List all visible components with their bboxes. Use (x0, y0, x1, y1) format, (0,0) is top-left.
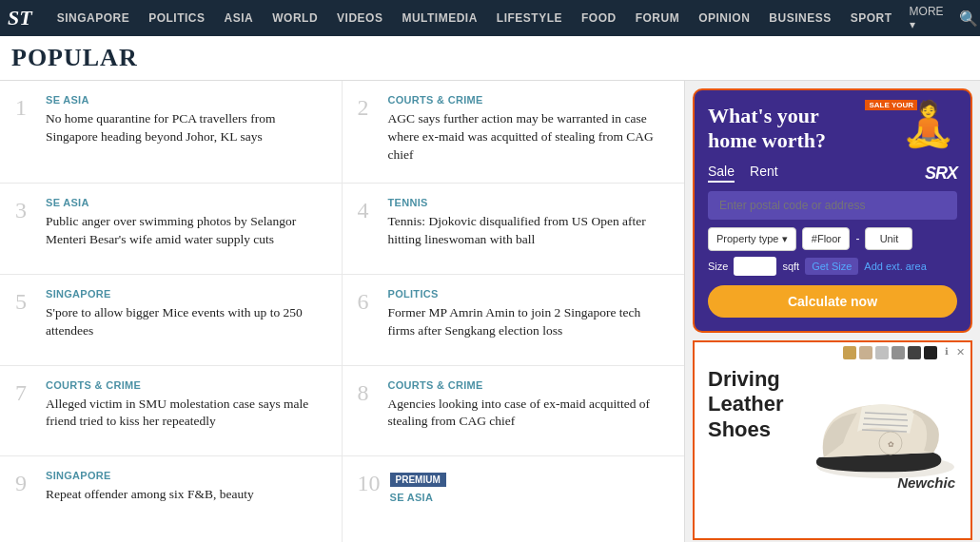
site-logo[interactable]: ST (8, 6, 32, 30)
shoes-ad-top: ℹ ✕ (695, 342, 970, 363)
property-type-select[interactable]: Property type ▾ (708, 227, 796, 251)
srx-property-row: Property type ▾ #Floor - Unit (708, 227, 957, 251)
navigation: ST SINGAPORE POLITICS ASIA WORLD VIDEOS … (0, 0, 980, 36)
news-number-7: 7 (15, 379, 36, 443)
popular-title: POPULAR (11, 44, 138, 71)
news-number-2: 2 (358, 94, 379, 169)
news-item-8[interactable]: 8 COURTS & CRIME Agencies looking into c… (343, 366, 685, 457)
news-title-6[interactable]: Former MP Amrin Amin to join 2 Singapore… (388, 304, 670, 340)
news-grid: 1 SE ASIA No home quarantine for PCA tra… (0, 81, 685, 542)
news-content-9: SINGAPORE Repeat offender among six F&B,… (46, 470, 326, 533)
unit-field[interactable]: Unit (865, 227, 912, 250)
size-label: Size (708, 261, 728, 272)
news-title-1[interactable]: No home quarantine for PCA travellers fr… (46, 110, 326, 146)
news-number-3: 3 (15, 197, 36, 261)
news-category-10[interactable]: SE ASIA (390, 492, 670, 503)
search-icon[interactable]: 🔍 (951, 10, 980, 28)
premium-badge: PREMIUM (390, 473, 446, 487)
brand-logo: Newchic (897, 474, 955, 491)
news-content-4: TENNIS Tennis: Djokovic disqualified fro… (388, 197, 670, 261)
nav-opinion[interactable]: OPINION (689, 0, 759, 36)
news-item-4[interactable]: 4 TENNIS Tennis: Djokovic disqualified f… (343, 184, 685, 275)
news-number-1: 1 (15, 94, 36, 169)
news-content-8: COURTS & CRIME Agencies looking into cas… (388, 379, 670, 443)
news-content-1: SE ASIA No home quarantine for PCA trave… (46, 94, 326, 169)
news-category-5[interactable]: SINGAPORE (46, 288, 326, 300)
srx-logo: SRX (925, 164, 957, 184)
shoes-image-container: ✿ Newchic (800, 367, 957, 494)
news-content-7: COURTS & CRIME Alleged victim in SMU mol… (46, 379, 326, 443)
nav-forum[interactable]: FORUM (626, 0, 690, 36)
popular-header: POPULAR (0, 36, 980, 81)
news-title-2[interactable]: AGC says further action may be warranted… (388, 110, 670, 165)
nav-more[interactable]: MORE ▾ (902, 0, 951, 36)
news-item-10[interactable]: 10 PREMIUM SE ASIA (343, 456, 685, 542)
nav-business[interactable]: BUSINESS (759, 0, 840, 36)
news-title-3[interactable]: Public anger over swimming photos by Sel… (46, 213, 326, 249)
news-title-7[interactable]: Alleged victim in SMU molestation case s… (46, 396, 326, 432)
shoes-text: Driving Leather Shoes (708, 367, 791, 448)
size-input[interactable] (734, 257, 776, 276)
news-number-5: 5 (15, 288, 36, 352)
news-category-3[interactable]: SE ASIA (46, 197, 326, 208)
nav-food[interactable]: FOOD (572, 0, 626, 36)
nav-world[interactable]: WORLD (263, 0, 327, 36)
news-item-9[interactable]: 9 SINGAPORE Repeat offender among six F&… (0, 456, 343, 542)
news-number-4: 4 (358, 197, 379, 261)
news-title-9[interactable]: Repeat offender among six F&B, beauty (46, 486, 326, 504)
nav-sport[interactable]: SPORT (841, 0, 902, 36)
nav-politics[interactable]: POLITICS (139, 0, 214, 36)
size-unit-label: sqft (782, 261, 799, 272)
news-content-2: COURTS & CRIME AGC says further action m… (388, 94, 670, 169)
nav-lifestyle[interactable]: LIFESTYLE (487, 0, 572, 36)
news-item-2[interactable]: 2 COURTS & CRIME AGC says further action… (343, 81, 685, 184)
nav-singapore[interactable]: SINGAPORE (48, 0, 140, 36)
news-item-3[interactable]: 3 SE ASIA Public anger over swimming pho… (0, 184, 343, 275)
news-item-6[interactable]: 6 POLITICS Former MP Amrin Amin to join … (343, 275, 685, 366)
nav-items: SINGAPORE POLITICS ASIA WORLD VIDEOS MUL… (48, 0, 951, 36)
property-type-label: Property type (716, 233, 778, 244)
srx-advertisement: SALE YOUR 🧘 What's your home worth? Sale… (693, 88, 972, 333)
shoe-image: ✿ (800, 367, 957, 491)
news-number-6: 6 (358, 288, 379, 352)
nav-asia[interactable]: ASIA (215, 0, 264, 36)
tab-rent[interactable]: Rent (750, 164, 778, 183)
news-title-4[interactable]: Tennis: Djokovic disqualified from US Op… (388, 213, 670, 249)
tab-sale[interactable]: Sale (708, 164, 735, 183)
news-category-9[interactable]: SINGAPORE (46, 470, 326, 481)
news-item-7[interactable]: 7 COURTS & CRIME Alleged victim in SMU m… (0, 366, 343, 457)
shoes-title: Driving Leather Shoes (708, 367, 791, 442)
nav-videos[interactable]: VIDEOS (327, 0, 392, 36)
news-title-8[interactable]: Agencies looking into case of ex-maid ac… (388, 396, 670, 432)
color-swatch-gray (892, 346, 905, 359)
calculate-button[interactable]: Calculate now (708, 285, 957, 318)
add-ext-area-link[interactable]: Add ext. area (864, 261, 926, 272)
news-category-2[interactable]: COURTS & CRIME (388, 94, 670, 106)
news-category-1[interactable]: SE ASIA (46, 94, 326, 106)
person-illustration: 🧘 (901, 102, 955, 145)
news-number-10: 10 (358, 470, 381, 533)
srx-tabs: Sale Rent SRX (708, 164, 957, 184)
close-icon[interactable]: ✕ (956, 346, 965, 359)
news-number-8: 8 (358, 379, 379, 443)
color-swatches (843, 346, 937, 359)
dash-separator: - (855, 232, 859, 245)
news-category-8[interactable]: COURTS & CRIME (388, 379, 670, 391)
news-category-7[interactable]: COURTS & CRIME (46, 379, 326, 391)
color-swatch-beige (859, 346, 872, 359)
sidebar: SALE YOUR 🧘 What's your home worth? Sale… (685, 81, 980, 542)
floor-field[interactable]: #Floor (802, 227, 850, 250)
get-size-button[interactable]: Get Size (805, 258, 858, 275)
info-icon[interactable]: ℹ (945, 346, 949, 359)
news-content-6: POLITICS Former MP Amrin Amin to join 2 … (388, 288, 670, 352)
color-swatch-tan (843, 346, 856, 359)
nav-multimedia[interactable]: MULTIMEDIA (392, 0, 486, 36)
news-item-1[interactable]: 1 SE ASIA No home quarantine for PCA tra… (0, 81, 343, 184)
news-title-5[interactable]: S'pore to allow bigger Mice events with … (46, 304, 326, 340)
news-category-4[interactable]: TENNIS (388, 197, 670, 208)
news-number-9: 9 (15, 470, 36, 533)
news-item-5[interactable]: 5 SINGAPORE S'pore to allow bigger Mice … (0, 275, 343, 366)
svg-text:✿: ✿ (888, 440, 894, 449)
news-category-6[interactable]: POLITICS (388, 288, 670, 300)
postal-code-input[interactable] (708, 191, 957, 220)
